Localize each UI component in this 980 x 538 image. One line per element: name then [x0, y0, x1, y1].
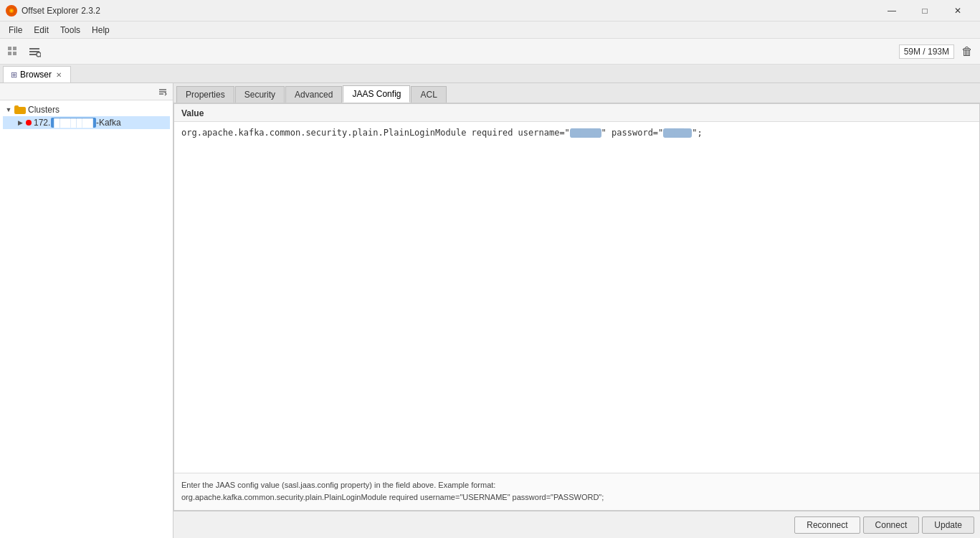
svg-point-2 — [11, 9, 13, 11]
value-label: Value — [174, 104, 979, 122]
tab-advanced[interactable]: Advanced — [285, 86, 342, 103]
svg-rect-4 — [8, 52, 11, 55]
trash-button[interactable]: 🗑 — [957, 42, 977, 62]
svg-rect-9 — [29, 54, 37, 55]
browser-tab-bar: ⊞ Browser ✕ — [0, 65, 980, 83]
cluster-name-highlight: ███████ — [51, 118, 96, 128]
tree-toggle-clusters[interactable]: ▼ — [3, 106, 14, 113]
app-icon — [6, 5, 17, 16]
browser-tab-icon: ⊞ — [11, 70, 17, 80]
tree-node-clusters[interactable]: ▼ Clusters — [3, 103, 170, 116]
menu-tools[interactable]: Tools — [54, 24, 86, 37]
bottom-bar: Reconnect Connect Update — [173, 511, 980, 538]
tab-security[interactable]: Security — [235, 86, 285, 103]
svg-rect-6 — [13, 52, 16, 55]
value-editor[interactable]: org.apache.kafka.common.security.plain.P… — [174, 122, 979, 473]
value-content-suffix: "; — [692, 128, 702, 138]
svg-rect-7 — [29, 48, 39, 49]
title-bar-controls: — □ ✕ — [875, 0, 974, 22]
menu-file[interactable]: File — [3, 24, 28, 37]
tree-content: ▼ Clusters ▶ 172. ███████ -Kafka — [0, 100, 173, 538]
update-button[interactable]: Update — [922, 516, 974, 534]
folder-icon — [14, 105, 26, 114]
menu-help[interactable]: Help — [86, 24, 115, 37]
title-bar: Offset Explorer 2.3.2 — □ ✕ — [0, 0, 980, 22]
clusters-label: Clusters — [28, 105, 60, 115]
memory-label: 59M / 193M — [899, 44, 954, 59]
minimize-button[interactable]: — — [875, 0, 908, 22]
tab-jaas-config[interactable]: JAAS Config — [343, 85, 410, 103]
toolbar-btn-1[interactable] — [3, 42, 23, 62]
svg-rect-5 — [13, 47, 16, 50]
password-masked: ████ — [663, 128, 692, 138]
value-content-middle: " password=" — [601, 128, 664, 138]
tree-toggle-kafka[interactable]: ▶ — [14, 119, 26, 126]
menu-edit[interactable]: Edit — [28, 24, 54, 37]
toolbar-left — [3, 42, 44, 62]
value-content-prefix: org.apache.kafka.common.security.plain.P… — [181, 128, 570, 138]
value-section: Value org.apache.kafka.common.security.p… — [174, 104, 979, 473]
toolbar-right: 59M / 193M 🗑 — [899, 42, 977, 62]
maximize-button[interactable]: □ — [908, 0, 941, 22]
tab-acl[interactable]: ACL — [411, 86, 446, 103]
node-ip: 172. — [34, 118, 50, 128]
tab-strip: Properties Security Advanced JAAS Config… — [173, 83, 980, 103]
right-panel: Properties Security Advanced JAAS Config… — [173, 83, 980, 538]
svg-line-11 — [40, 56, 41, 57]
tree-toolbar — [0, 83, 173, 100]
main-area: ▼ Clusters ▶ 172. ███████ -Kafka Propert… — [0, 83, 980, 538]
tree-node-kafka[interactable]: ▶ 172. ███████ -Kafka — [3, 116, 170, 129]
app-title: Offset Explorer 2.3.2 — [22, 6, 100, 16]
sidebar: ▼ Clusters ▶ 172. ███████ -Kafka — [0, 83, 173, 538]
toolbar: 59M / 193M 🗑 — [0, 39, 980, 65]
tab-properties[interactable]: Properties — [176, 86, 234, 103]
svg-rect-3 — [8, 47, 11, 50]
browser-tab[interactable]: ⊞ Browser ✕ — [3, 66, 71, 82]
panel-content: Value org.apache.kafka.common.security.p… — [173, 103, 980, 511]
username-masked: ██████ — [570, 128, 601, 138]
tree-expand-btn[interactable] — [156, 85, 170, 99]
hint-line1: Enter the JAAS config value (sasl.jaas.c… — [181, 479, 972, 492]
title-bar-left: Offset Explorer 2.3.2 — [6, 5, 100, 16]
browser-tab-close-btn[interactable]: ✕ — [54, 71, 63, 79]
connection-status-dot — [26, 120, 32, 126]
reconnect-button[interactable]: Reconnect — [794, 516, 860, 534]
hint-line2: org.apache.kafka.common.security.plain.P… — [181, 491, 972, 504]
node-suffix: -Kafka — [96, 118, 121, 128]
menu-bar: File Edit Tools Help — [0, 22, 980, 39]
toolbar-btn-2[interactable] — [24, 42, 44, 62]
connect-button[interactable]: Connect — [863, 516, 920, 534]
browser-tab-label: Browser — [20, 70, 52, 80]
hint-area: Enter the JAAS config value (sasl.jaas.c… — [174, 473, 979, 510]
close-button[interactable]: ✕ — [941, 0, 974, 22]
